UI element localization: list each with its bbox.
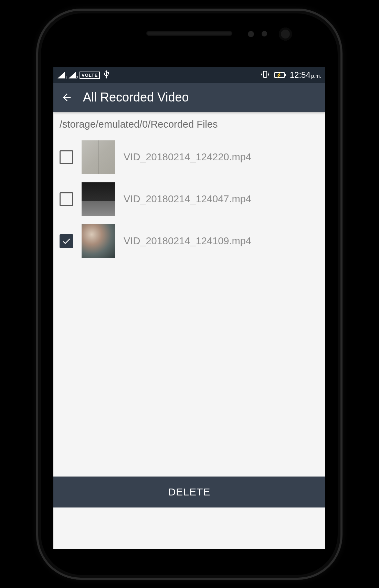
- status-bar: VOLTE ⚡ 12:54p.m.: [53, 67, 325, 83]
- video-filename: VID_20180214_124220.mp4: [124, 151, 251, 163]
- usb-icon: [103, 70, 109, 81]
- phone-frame: VOLTE ⚡ 12:54p.m.: [36, 9, 343, 580]
- list-item[interactable]: VID_20180214_124047.mp4: [53, 178, 325, 220]
- app-bar: All Recorded Video: [53, 83, 325, 112]
- vibrate-icon: [261, 71, 269, 80]
- battery-icon: ⚡: [274, 72, 285, 78]
- phone-camera: [279, 28, 292, 41]
- status-clock: 12:54p.m.: [290, 70, 321, 80]
- video-filename: VID_20180214_124047.mp4: [124, 193, 251, 205]
- back-button[interactable]: [60, 91, 73, 104]
- signal-1-icon: [57, 72, 65, 78]
- delete-button[interactable]: DELETE: [53, 477, 325, 507]
- volte-badge: VOLTE: [80, 72, 100, 79]
- clock-ampm: p.m.: [311, 73, 321, 79]
- screen: VOLTE ⚡ 12:54p.m.: [53, 67, 325, 549]
- clock-time: 12:54: [290, 70, 310, 79]
- bottom-spacer: [53, 507, 325, 549]
- phone-speaker: [146, 31, 232, 36]
- checkbox[interactable]: [60, 192, 73, 206]
- video-list: VID_20180214_124220.mp4 VID_20180214_124…: [53, 136, 325, 262]
- list-item[interactable]: VID_20180214_124220.mp4: [53, 136, 325, 178]
- video-thumbnail: [82, 224, 115, 258]
- phone-sensor: [262, 31, 267, 36]
- phone-sensor: [248, 31, 254, 37]
- checkbox[interactable]: [60, 150, 73, 164]
- page-title: All Recorded Video: [83, 90, 189, 105]
- video-filename: VID_20180214_124109.mp4: [124, 235, 251, 247]
- checkbox[interactable]: [60, 234, 73, 248]
- signal-2-icon: [69, 72, 76, 78]
- check-icon: [62, 236, 71, 246]
- action-bar: DELETE: [53, 477, 325, 507]
- svg-rect-0: [263, 71, 267, 77]
- video-thumbnail: [82, 140, 115, 174]
- arrow-back-icon: [61, 92, 73, 103]
- list-item[interactable]: VID_20180214_124109.mp4: [53, 220, 325, 262]
- video-thumbnail: [82, 182, 115, 216]
- storage-path: /storage/emulated/0/Recorded Files: [53, 112, 325, 136]
